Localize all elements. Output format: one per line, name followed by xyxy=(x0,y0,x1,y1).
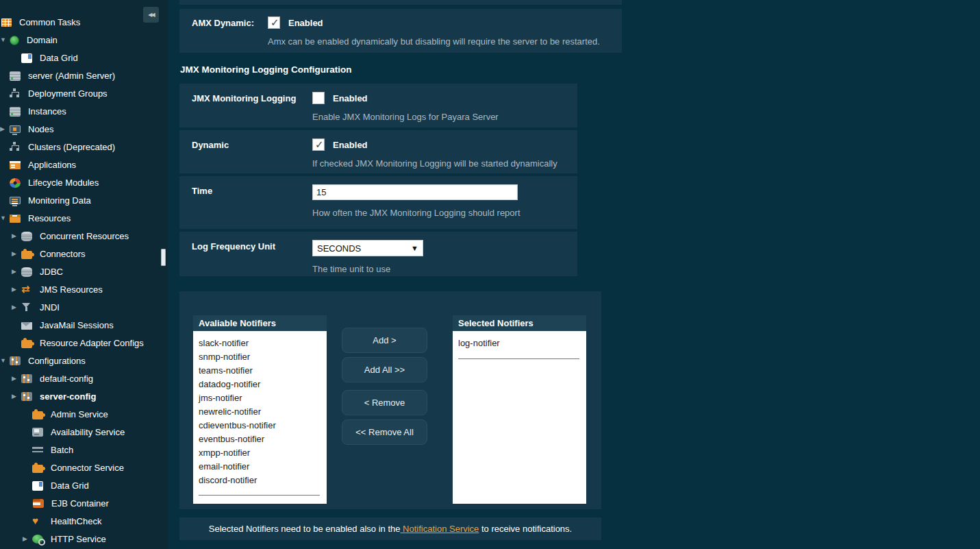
time-description: How often the JMX Monitoring Logging sho… xyxy=(312,208,520,218)
sidebar-item-lifecycle-modules[interactable]: Lifecycle Modules xyxy=(0,173,168,191)
tree-expand-icon[interactable]: ▼ xyxy=(0,215,10,221)
batch-icon xyxy=(32,447,43,454)
sidebar-item-ejb-container[interactable]: EJB Container xyxy=(0,494,168,512)
jmx-logging-checkbox[interactable] xyxy=(312,92,325,104)
select-value: SECONDS xyxy=(317,243,411,254)
sidebar-item-clusters-deprecated[interactable]: Clusters (Deprecated) xyxy=(0,138,168,156)
available-notifiers-header: Avaliable Notifiers xyxy=(193,315,327,331)
notification-service-link[interactable]: Notification Service xyxy=(400,524,479,534)
sidebar-item-jdbc[interactable]: ▶ JDBC xyxy=(0,263,168,280)
amx-enabled-label: Enabled xyxy=(288,18,323,28)
sidebar-scrollbar-thumb[interactable] xyxy=(161,249,166,266)
http-icon xyxy=(32,535,43,544)
sidebar-item-label: Availability Service xyxy=(51,427,125,437)
notifier-list-item[interactable]: slack-notifier xyxy=(193,337,327,350)
sidebar-item-connector-service[interactable]: Connector Service xyxy=(0,459,168,476)
notifier-list-item[interactable]: xmpp-notifier xyxy=(193,446,327,460)
sidebar-item-jms-resources[interactable]: ▶ JMS Resources xyxy=(0,280,168,298)
sidebar-item-configurations[interactable]: ▼ Configurations xyxy=(0,352,168,369)
sidebar-item-resource-adapter-configs[interactable]: Resource Adapter Configs xyxy=(0,334,168,352)
tree-expand-icon[interactable]: ▶ xyxy=(12,375,21,382)
sidebar-item-data-grid[interactable]: Data Grid xyxy=(0,49,168,66)
sidebar-item-instances[interactable]: Instances xyxy=(0,102,168,120)
envelope-icon xyxy=(21,322,32,330)
notifier-list-item[interactable]: log-notifier xyxy=(453,337,586,350)
dynamic-description: If checked JMX Monitoring Logging will b… xyxy=(312,158,557,169)
puzzle-icon xyxy=(21,340,32,348)
sidebar-tree: ◀◀ Common Tasks ▼ Domain Data Grid serve… xyxy=(0,0,168,549)
notifier-list-item[interactable]: cdieventbus-notifier xyxy=(193,419,327,432)
sidebar-item-jndi[interactable]: ▶ JNDI xyxy=(0,298,168,316)
sidebar-item-availability-service[interactable]: Availability Service xyxy=(0,423,168,441)
dynamic-checkbox[interactable] xyxy=(312,138,325,151)
footer-text-pre: Selected Notifiers need to be enabled al… xyxy=(209,524,401,534)
sidebar-item-connectors[interactable]: ▶ Connectors xyxy=(0,245,168,263)
notifier-list-item[interactable]: eventbus-notifier xyxy=(193,432,327,446)
sidebar-item-label: Batch xyxy=(51,445,73,455)
sidebar-item-domain[interactable]: ▼ Domain xyxy=(0,31,168,49)
tree-expand-icon[interactable]: ▶ xyxy=(12,286,21,293)
sidebar-item-label: Admin Service xyxy=(51,409,108,419)
notifier-list-item[interactable]: teams-notifier xyxy=(193,364,327,378)
puzzle-icon xyxy=(32,411,43,419)
cluster-icon xyxy=(10,88,21,99)
sidebar-item-label: JavaMail Sessions xyxy=(40,320,114,330)
sidebar-item-default-config[interactable]: ▶ default-config xyxy=(0,369,168,387)
log-frequency-unit-select[interactable]: SECONDS ▼ xyxy=(312,240,423,256)
tree-expand-icon[interactable]: ▶ xyxy=(12,250,21,257)
remove-all-button[interactable]: << Remove All xyxy=(342,419,427,445)
sidebar-item-label: EJB Container xyxy=(51,498,109,509)
notifier-list-item[interactable]: snmp-notifier xyxy=(193,350,327,364)
sidebar-items: Common Tasks ▼ Domain Data Grid server (… xyxy=(0,13,168,548)
jar-icon xyxy=(33,499,44,508)
sidebar-item-label: Configurations xyxy=(28,356,86,366)
notifier-list-item[interactable]: jms-notifier xyxy=(193,391,327,405)
selected-notifiers-list[interactable]: log-notifier xyxy=(453,331,586,504)
sidebar-item-deployment-groups[interactable]: Deployment Groups xyxy=(0,84,168,102)
time-input[interactable] xyxy=(312,184,518,200)
sidebar-item-admin-service[interactable]: Admin Service xyxy=(0,405,168,423)
tree-expand-icon[interactable]: ▶ xyxy=(12,232,21,239)
notifier-list-item[interactable]: datadog-notifier xyxy=(193,378,327,391)
sidebar-item-monitoring-data[interactable]: Monitoring Data xyxy=(0,191,168,209)
sidebar-item-healthcheck[interactable]: HealthCheck xyxy=(0,512,168,530)
sidebar-item-http-service[interactable]: ▶ HTTP Service xyxy=(0,530,168,548)
amx-dynamic-checkbox[interactable] xyxy=(268,16,280,29)
server-icon xyxy=(10,107,21,117)
notifier-list-item[interactable]: email-notifier xyxy=(193,460,327,474)
tree-expand-icon[interactable]: ▼ xyxy=(0,36,10,43)
heart-icon xyxy=(32,515,43,526)
jmx-logging-label: JMX Monitoring Logging xyxy=(192,92,312,127)
tree-expand-icon[interactable]: ▶ xyxy=(12,268,21,275)
sidebar-item-applications[interactable]: Applications xyxy=(0,156,168,173)
tree-expand-icon[interactable]: ▶ xyxy=(23,535,32,542)
notifier-list-item[interactable]: newrelic-notifier xyxy=(193,405,327,419)
sidebar-item-resources[interactable]: ▼ Resources xyxy=(0,209,168,227)
puzzle-icon xyxy=(21,251,32,259)
sidebar-collapse-button[interactable]: ◀◀ xyxy=(143,7,159,23)
tree-expand-icon[interactable]: ▶ xyxy=(0,125,10,132)
sidebar-item-server-admin-server[interactable]: server (Admin Server) xyxy=(0,66,168,84)
sidebar-item-concurrent-resources[interactable]: ▶ Concurrent Resources xyxy=(0,227,168,245)
arrows-icon xyxy=(21,284,32,295)
datagrid-icon xyxy=(21,53,32,63)
sidebar-item-label: Resources xyxy=(28,213,71,223)
available-notifiers-list[interactable]: slack-notifier snmp-notifier teams-notif… xyxy=(193,331,327,504)
tree-expand-icon[interactable]: ▶ xyxy=(12,393,21,400)
db-icon xyxy=(21,267,32,277)
sidebar-item-server-config[interactable]: ▶ server-config xyxy=(0,387,168,405)
sidebar-item-batch[interactable]: Batch xyxy=(0,441,168,459)
sidebar-item-nodes[interactable]: ▶ Nodes xyxy=(0,120,168,138)
sidebar-item-label: default-config xyxy=(40,374,93,384)
sidebar-item-label: JMS Resources xyxy=(40,284,103,295)
sidebar-item-data-grid[interactable]: Data Grid xyxy=(0,476,168,494)
remove-button[interactable]: < Remove xyxy=(342,390,427,415)
add-all-button[interactable]: Add All >> xyxy=(342,357,427,382)
tree-expand-icon[interactable]: ▶ xyxy=(12,304,21,310)
tree-expand-icon[interactable]: ▼ xyxy=(0,357,10,364)
add-button[interactable]: Add > xyxy=(342,328,427,353)
notifier-list-item[interactable]: discord-notifier xyxy=(193,474,327,487)
amx-dynamic-row: AMX Dynamic: Enabled Amx can be enabled … xyxy=(179,9,622,53)
sidebar-item-javamail-sessions[interactable]: JavaMail Sessions xyxy=(0,316,168,334)
jmx-logging-description: Enable JMX Monitoring Logs for Payara Se… xyxy=(312,112,499,122)
